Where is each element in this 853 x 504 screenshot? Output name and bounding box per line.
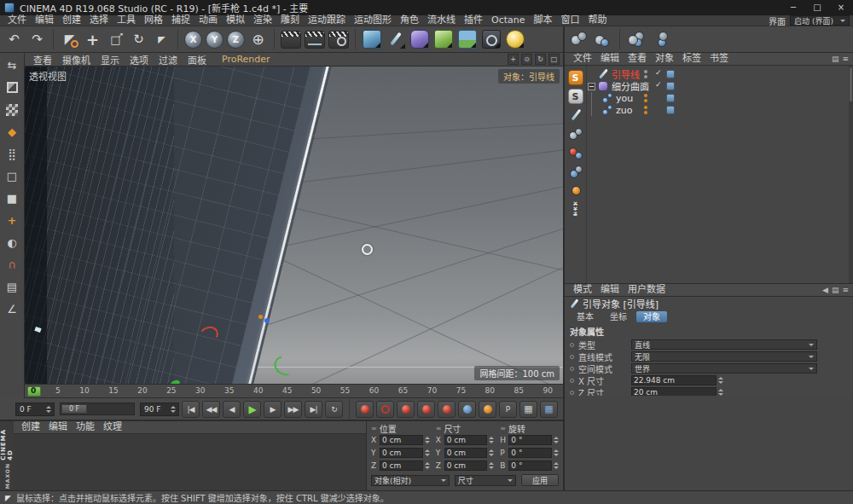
om-menu-icon[interactable]: ≡ (842, 55, 849, 63)
prev-key-button[interactable]: ◀◀ (202, 401, 220, 418)
tab-object[interactable]: 对象 (636, 311, 667, 322)
rotate-view-icon[interactable]: ↻ (535, 54, 546, 65)
menu-create[interactable]: 创建 (58, 15, 85, 26)
vp-menu-cameras[interactable]: 摄像机 (57, 53, 96, 67)
rotate-tool-icon[interactable]: ↻ (128, 28, 149, 50)
render-view-button[interactable] (281, 31, 301, 49)
menu-select[interactable]: 选择 (85, 15, 113, 26)
redo-icon[interactable]: ↷ (26, 28, 48, 50)
record-parameter-toggle[interactable] (458, 401, 476, 418)
vp-menu-prorender[interactable]: ProRender (217, 54, 276, 65)
tab-basic[interactable]: 基本 (570, 311, 601, 322)
pan-view-icon[interactable]: + (508, 54, 519, 65)
start-frame-field[interactable]: 0 F (15, 403, 55, 416)
minimize-button[interactable]: ─ (781, 0, 805, 15)
om-menu-objects[interactable]: 对象 (651, 54, 678, 64)
object-tag-icon[interactable] (666, 70, 675, 78)
make-editable-icon[interactable]: ⇆ (3, 56, 21, 74)
record-pla-button[interactable] (479, 401, 496, 418)
pla-button[interactable]: P (499, 401, 517, 418)
render-to-picture-viewer-button[interactable] (305, 31, 325, 49)
record-position-toggle[interactable] (397, 401, 415, 418)
position-z-field[interactable]: 0 cm (380, 461, 423, 471)
viewport-canvas[interactable]: 透视视图 对象：引导线 网格间距：100 cm (25, 67, 563, 384)
visibility-dots[interactable] (644, 70, 647, 78)
om-scrollbar[interactable] (849, 66, 853, 283)
om-filter-icon[interactable]: ▤ (832, 55, 839, 63)
menu-mograph[interactable]: 运动图形 (350, 15, 396, 26)
axis-lock-xyz-icon[interactable]: X Y Z (568, 201, 583, 217)
menu-help[interactable]: 帮助 (584, 15, 612, 26)
polygons-mode-icon[interactable]: ■ (3, 189, 21, 207)
subdivision-surface-button[interactable] (410, 30, 429, 49)
snap-enable-s-icon[interactable]: S (568, 70, 583, 85)
object-row-sds[interactable]: 细分曲面 ✓ (588, 80, 846, 92)
object-name[interactable]: zuo (616, 105, 632, 116)
menu-file[interactable]: 文件 (3, 15, 31, 26)
x-size-field[interactable]: 22.948 cm (631, 375, 717, 385)
visibility-dots[interactable] (644, 82, 647, 90)
menu-edit[interactable]: 编辑 (31, 15, 58, 26)
axis-handle-blue[interactable] (264, 318, 270, 323)
menu-sculpt[interactable]: 雕刻 (276, 15, 304, 26)
goto-start-button[interactable]: |◀ (182, 401, 200, 418)
palette-icon-3[interactable] (626, 29, 647, 49)
autokey-button[interactable] (376, 401, 394, 418)
palette-pen-icon[interactable] (568, 107, 583, 123)
lock-y-axis-button[interactable]: Y (206, 31, 223, 49)
render-settings-button[interactable] (328, 31, 349, 49)
mat-menu-edit[interactable]: 编辑 (44, 422, 72, 432)
attr-lock-icon[interactable]: ▤ (832, 286, 839, 294)
om-menu-file[interactable]: 文件 (569, 54, 596, 64)
mat-menu-create[interactable]: 创建 (17, 422, 44, 432)
toggle-view-icon[interactable]: □ (548, 54, 560, 65)
menu-simulate[interactable]: 模拟 (222, 15, 249, 26)
palette-icon-2[interactable] (593, 29, 613, 49)
deformer-button[interactable] (434, 30, 453, 49)
attr-history-back-icon[interactable]: ◀ (822, 286, 828, 294)
vp-menu-view[interactable]: 查看 (28, 53, 57, 67)
attr-menu-edit[interactable]: 编辑 (596, 285, 624, 295)
loop-mode-button[interactable]: ↻ (325, 401, 343, 418)
enable-check-icon[interactable]: ✓ (655, 80, 662, 89)
mat-menu-function[interactable]: 功能 (72, 422, 99, 432)
next-frame-button[interactable]: ▶ (264, 401, 281, 418)
quantize-icon[interactable]: ∠ (3, 300, 21, 318)
enable-snap-icon[interactable]: ∩ (3, 256, 21, 274)
vp-menu-display[interactable]: 显示 (96, 53, 125, 67)
record-keyframe-button[interactable] (356, 401, 374, 418)
rotation-p-field[interactable]: 0 ° (508, 448, 552, 458)
goto-end-button[interactable]: ▶| (305, 401, 322, 418)
om-menu-tags[interactable]: 标签 (678, 54, 705, 64)
visibility-dots[interactable] (644, 94, 647, 102)
workplane-lock-icon[interactable]: ▤ (3, 278, 21, 296)
object-tag-icon[interactable] (666, 106, 675, 114)
undo-icon[interactable]: ↶ (3, 28, 25, 50)
menu-motion-tracker[interactable]: 运动跟踪 (304, 15, 350, 26)
record-scale-toggle[interactable] (417, 401, 435, 418)
vp-menu-options[interactable]: 选项 (125, 53, 154, 67)
menu-mesh[interactable]: 网格 (140, 15, 167, 26)
visibility-dots[interactable] (644, 106, 647, 114)
frame-slider-handle[interactable]: 0 F (61, 404, 87, 414)
menu-script[interactable]: 脚本 (530, 15, 557, 26)
model-mode-icon[interactable] (3, 78, 21, 96)
object-name[interactable]: you (616, 93, 633, 104)
add-cube-button[interactable] (363, 30, 381, 49)
move-tool-icon[interactable]: + (82, 28, 103, 50)
rotate-band-green[interactable] (270, 352, 299, 379)
apply-button[interactable]: 应用 (521, 474, 559, 486)
object-tag-icon[interactable] (666, 94, 675, 102)
timeline-ruler[interactable]: 0 5 10 15 20 25 30 35 40 45 50 55 60 65 … (25, 384, 563, 398)
origin-point-orange[interactable] (258, 315, 263, 319)
camera-button[interactable] (482, 30, 501, 49)
menu-plugins[interactable]: 插件 (460, 15, 487, 26)
size-z-field[interactable]: 0 cm (444, 461, 488, 471)
om-menu-bookmarks[interactable]: 书签 (705, 54, 733, 64)
mat-menu-texture[interactable]: 纹理 (99, 422, 126, 432)
object-tag-icon[interactable] (666, 82, 675, 90)
timeline-options-button[interactable]: ▦ (540, 401, 558, 418)
palette-icon-4[interactable] (650, 29, 670, 49)
maximize-button[interactable]: □ (805, 0, 829, 15)
menu-window[interactable]: 窗口 (557, 15, 584, 26)
